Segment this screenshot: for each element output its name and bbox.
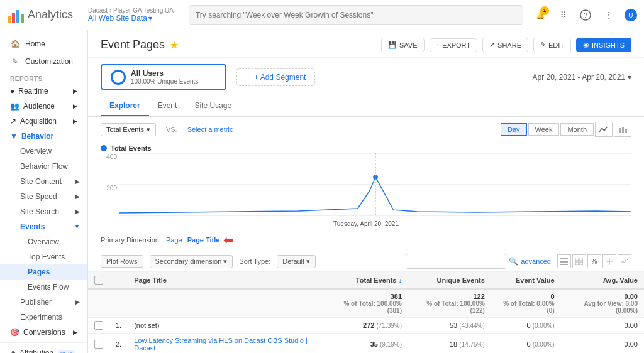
add-segment-icon: +	[246, 73, 250, 82]
table-view-sparkline-button[interactable]	[618, 254, 631, 268]
chart-type-bar-button[interactable]	[614, 122, 631, 137]
sidebar-sub-experiments[interactable]: Experiments	[0, 310, 87, 325]
page-title-link-1[interactable]: Low Latency Streaming via HLS on Dacast …	[134, 337, 308, 352]
row-total-events-0: 272 (71.39%)	[326, 318, 408, 334]
segment-pct: 100.00% Unique Events	[131, 78, 198, 85]
sidebar-item-attribution[interactable]: ◈ Attribution BETA	[0, 345, 87, 353]
select-metric-link[interactable]: Select a metric	[187, 126, 233, 133]
sidebar-item-customization[interactable]: ✎ Customization	[0, 53, 87, 70]
audience-icon: 👥	[10, 102, 19, 111]
export-button[interactable]: ↑ EXPORT	[430, 38, 478, 52]
insights-button[interactable]: ◉ INSIGHTS	[576, 38, 631, 52]
row-checkbox-0[interactable]	[88, 318, 109, 334]
sidebar-item-acquisition[interactable]: ↗ Acquisition ▶	[0, 114, 87, 129]
row-num-1: 2.	[109, 334, 128, 354]
tab-site-usage[interactable]: Site Usage	[186, 96, 240, 116]
help-icon[interactable]: ?	[579, 8, 592, 22]
y-axis: 400 200	[101, 153, 119, 216]
data-table: Page Title Total Events ↓ Unique Events …	[88, 272, 644, 353]
row-unique-events-0: 53 (43.44%)	[408, 318, 491, 334]
edit-button[interactable]: ✎ EDIT	[533, 38, 571, 52]
unique-events-header[interactable]: Unique Events	[408, 272, 491, 289]
sidebar-sub-behavior-flow[interactable]: Behavior Flow	[0, 159, 87, 174]
sidebar-item-audience[interactable]: 👥 Audience ▶	[0, 99, 87, 114]
sidebar-sub-site-content[interactable]: Site Content ▶	[0, 174, 87, 189]
sidebar-item-realtime[interactable]: ● Realtime ▶	[0, 84, 87, 99]
sidebar-item-behavior-label: Behavior	[21, 132, 53, 141]
avg-value-header[interactable]: Avg. Value	[561, 272, 644, 289]
svg-rect-21	[575, 262, 579, 265]
totals-num	[109, 289, 128, 318]
notification-icon[interactable]: 🔔 1	[533, 8, 547, 22]
svg-rect-20	[580, 258, 583, 261]
sidebar-sub-events[interactable]: Events ▼	[0, 219, 87, 234]
search-input[interactable]	[189, 5, 523, 25]
sidebar-sub-overview[interactable]: Overview	[0, 144, 87, 159]
sidebar-sub-top-events[interactable]: Top Events	[0, 249, 87, 264]
sidebar-item-realtime-label: Realtime	[18, 87, 48, 95]
metric-selector[interactable]: Total Events ▾	[101, 123, 156, 136]
advanced-link[interactable]: advanced	[521, 258, 551, 265]
secondary-dimension-button[interactable]: Secondary dimension ▾	[150, 255, 233, 268]
segment-row: All Users 100.00% Unique Events + + Add …	[88, 58, 644, 96]
dimension-page-title-link[interactable]: Page Title	[187, 236, 220, 244]
view-month-button[interactable]: Month	[560, 123, 594, 136]
sidebar-item-conversions[interactable]: 🎯 Conversions ▶	[0, 325, 87, 340]
tab-explorer[interactable]: Explorer	[101, 96, 149, 116]
search-icon[interactable]: 🔍	[509, 257, 518, 266]
view-week-button[interactable]: Week	[528, 123, 560, 136]
table-view-data-button[interactable]	[557, 254, 571, 268]
attribution-badge: BETA	[58, 350, 75, 354]
page-header: Event Pages ★ 💾 SAVE ↑ EXPORT ↗ SHARE ✎	[88, 30, 644, 58]
account-avatar[interactable]: U	[624, 8, 638, 22]
sidebar-sub-site-speed[interactable]: Site Speed ▶	[0, 189, 87, 204]
total-events-header[interactable]: Total Events ↓	[326, 272, 408, 289]
sort-default-button[interactable]: Default ▾	[277, 255, 316, 268]
svg-rect-16	[560, 258, 568, 259]
table-container: Page Title Total Events ↓ Unique Events …	[88, 272, 644, 353]
table-view-pivot-button[interactable]	[572, 254, 586, 268]
tab-bar: Explorer Event Site Usage	[88, 96, 644, 117]
event-value-header[interactable]: Event Value	[491, 272, 561, 289]
dimension-page-link[interactable]: Page	[166, 236, 182, 244]
table-search-input[interactable]	[406, 254, 506, 269]
sidebar-item-home[interactable]: 🏠 Home	[0, 35, 87, 53]
search-bar[interactable]	[189, 5, 523, 25]
tab-event[interactable]: Event	[149, 96, 186, 116]
view-day-button[interactable]: Day	[501, 123, 527, 136]
account-selector[interactable]: Dacast › Player GA Testing UA All Web Si…	[88, 7, 179, 23]
account-main[interactable]: All Web Site Data ▾	[88, 14, 174, 23]
sidebar-item-conversions-label: Conversions	[23, 328, 65, 337]
sidebar-sub-publisher[interactable]: Publisher ▶	[0, 295, 87, 310]
page-title-header[interactable]: Page Title	[128, 272, 326, 289]
sidebar-sub-site-search[interactable]: Site Search ▶	[0, 204, 87, 219]
apps-icon[interactable]: ⠿	[556, 8, 570, 22]
table-view-percent-button[interactable]: %	[587, 254, 601, 268]
sidebar-sub-pages[interactable]: Pages	[0, 264, 87, 280]
row-page-title-1[interactable]: Low Latency Streaming via HLS on Dacast …	[128, 334, 326, 354]
more-icon[interactable]: ⋮	[601, 8, 615, 22]
home-icon: 🏠	[10, 40, 20, 48]
add-segment-button[interactable]: + + Add Segment	[236, 68, 315, 86]
content-area: Event Pages ★ 💾 SAVE ↑ EXPORT ↗ SHARE ✎	[88, 30, 644, 353]
chart-type-line-button[interactable]	[595, 122, 613, 137]
save-label: SAVE	[399, 41, 418, 49]
row-num-0: 1.	[109, 318, 128, 334]
plot-rows-button[interactable]: Plot Rows	[101, 255, 143, 268]
sidebar-sub-events-flow[interactable]: Events Flow	[0, 280, 87, 295]
sidebar-item-behavior[interactable]: ▼ Behavior	[0, 129, 87, 144]
legend-label: Total Events	[111, 144, 152, 152]
share-button[interactable]: ↗ SHARE	[482, 38, 528, 52]
insights-icon: ◉	[583, 41, 589, 49]
plot-rows-label: Plot Rows	[106, 258, 138, 265]
topbar-actions: 🔔 1 ⠿ ? ⋮ U	[533, 8, 638, 22]
sidebar-sub-events-overview[interactable]: Overview	[0, 234, 87, 249]
select-all-checkbox-header[interactable]	[88, 272, 109, 289]
customization-icon: ✎	[10, 57, 20, 66]
table-view-compare-button[interactable]	[602, 254, 616, 268]
date-range[interactable]: Apr 20, 2021 - Apr 20, 2021 ▾	[533, 73, 631, 82]
account-sub: Dacast › Player GA Testing UA	[88, 7, 174, 14]
row-checkbox-1[interactable]	[88, 334, 109, 354]
save-button[interactable]: 💾 SAVE	[381, 38, 425, 52]
row-unique-events-1: 18 (14.75%)	[408, 334, 491, 354]
